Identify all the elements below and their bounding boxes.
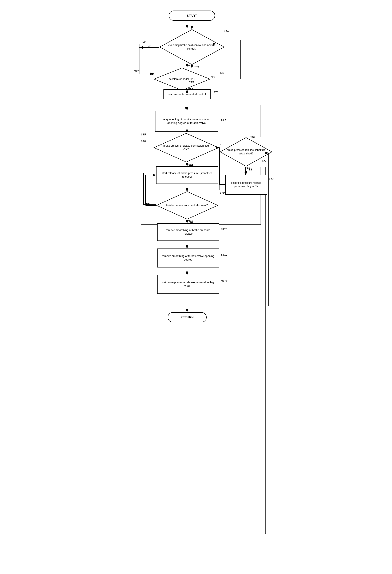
svg-text:YES: YES	[247, 168, 252, 171]
svg-text:YES: YES	[188, 65, 193, 68]
flowchart-diagram: START ST1 executing brake hold control a…	[122, 6, 270, 568]
svg-text:NO: NO	[146, 202, 150, 205]
svg-text:NO: NO	[142, 41, 146, 44]
svg-text:NO: NO	[211, 76, 215, 79]
svg-text:NO: NO	[220, 144, 224, 147]
svg-text:NO: NO	[261, 148, 265, 151]
svg-text:YES: YES	[188, 88, 193, 91]
svg-text:YES: YES	[188, 220, 193, 223]
svg-text:YES: YES	[188, 163, 193, 166]
